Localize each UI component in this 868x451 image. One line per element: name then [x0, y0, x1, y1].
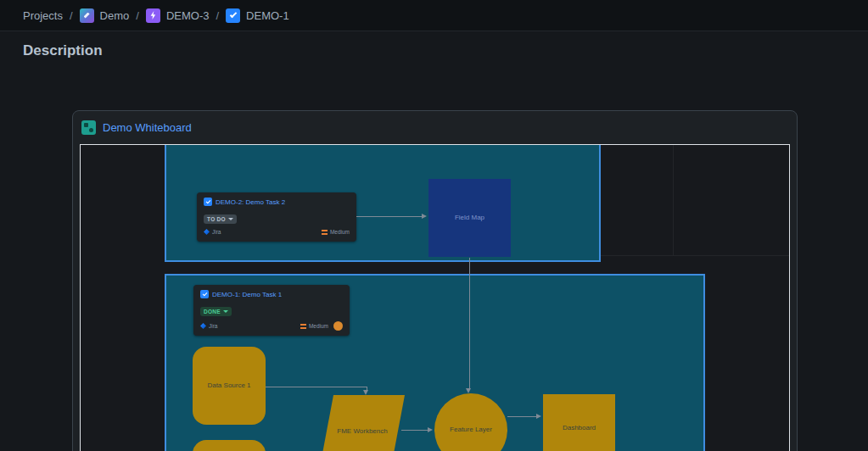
priority: Medium: [300, 321, 343, 331]
chevron-down-icon: [223, 310, 228, 313]
connector-card-to-fieldmap: [356, 216, 423, 217]
breadcrumb: Projects / Demo / DEMO-3 / DEMO-1: [0, 0, 868, 31]
arrowhead-right-icon: [422, 214, 427, 219]
connector-fme-to-featurelayer: [401, 430, 428, 431]
jira-card-title-row: DEMO-1: Demo Task 1: [200, 290, 343, 298]
priority-medium-icon: [300, 324, 306, 329]
jira-card-status-row: TO DO: [204, 209, 350, 225]
jira-card-demo-2[interactable]: DEMO-2: Demo Task 2 TO DO Jira Medium: [197, 192, 356, 242]
source-label: Jira: [209, 323, 217, 329]
connector-fieldmap-to-featurelayer: [469, 258, 470, 388]
breadcrumb-label: Demo: [100, 9, 130, 22]
breadcrumb-item-project-demo[interactable]: Demo: [80, 8, 130, 23]
breadcrumb-item-task-demo-1[interactable]: DEMO-1: [226, 8, 289, 23]
breadcrumb-item-epic-demo-3[interactable]: DEMO-3: [146, 8, 210, 23]
status-dropdown[interactable]: TO DO: [204, 214, 237, 224]
assignee-avatar[interactable]: [333, 321, 343, 331]
connector-datasource-to-fme: [266, 387, 367, 387]
task-type-icon: [204, 198, 212, 206]
epic-icon: [146, 8, 160, 23]
status-label: TO DO: [207, 216, 226, 222]
canvas-gridline: [673, 145, 674, 255]
status-dropdown[interactable]: DONE: [200, 307, 232, 316]
shape-field-map[interactable]: Field Map: [428, 179, 511, 257]
breadcrumb-separator: /: [70, 9, 73, 22]
jira-card-meta-row: Jira Medium: [200, 321, 343, 331]
whiteboard-title-link[interactable]: Demo Whiteboard: [103, 121, 192, 134]
status-label: DONE: [204, 309, 221, 315]
priority-medium-icon: [322, 230, 328, 235]
jira-icon: [200, 323, 206, 329]
shape-fme-workbench[interactable]: FME Workbench: [320, 395, 405, 451]
arrowhead-right-icon: [428, 427, 433, 432]
shape-data-source-2-partial[interactable]: [193, 440, 266, 451]
jira-card-meta-row: Jira Medium: [204, 229, 350, 235]
priority: Medium: [322, 229, 350, 235]
chevron-down-icon: [228, 218, 233, 220]
breadcrumb-label: DEMO-1: [246, 9, 289, 22]
breadcrumb-separator: /: [136, 9, 139, 22]
jira-card-status-row: DONE: [200, 302, 343, 317]
jira-card-title[interactable]: DEMO-2: Demo Task 2: [216, 198, 285, 206]
whiteboard-canvas[interactable]: DEMO-2: Demo Task 2 TO DO Jira Medium: [80, 144, 790, 451]
jira-icon: [204, 229, 210, 235]
breadcrumb-label: Projects: [23, 9, 63, 22]
breadcrumb-label: DEMO-3: [166, 9, 210, 22]
source-app: Jira: [200, 323, 217, 329]
whiteboard-embed-header: Demo Whiteboard: [81, 120, 192, 135]
canvas-gridline: [600, 255, 790, 256]
breadcrumb-item-projects[interactable]: Projects: [23, 9, 63, 22]
description-section-title: Description: [23, 42, 103, 59]
jira-card-title-row: DEMO-2: Demo Task 2: [204, 198, 350, 206]
connector-featurelayer-to-dashboard: [507, 416, 537, 417]
project-avatar-icon: [80, 8, 94, 23]
jira-card-title[interactable]: DEMO-1: Demo Task 1: [212, 291, 282, 298]
whiteboard-embed-card: Demo Whiteboard DEMO-2: Demo Task 2 TO D…: [72, 110, 798, 451]
source-app: Jira: [204, 229, 221, 235]
source-label: Jira: [212, 229, 221, 235]
arrowhead-right-icon: [536, 414, 541, 419]
task-type-icon: [226, 8, 240, 23]
arrowhead-down-icon: [363, 390, 368, 395]
jira-card-demo-1[interactable]: DEMO-1: Demo Task 1 DONE Jira Medium: [193, 285, 350, 336]
task-type-icon: [200, 290, 209, 298]
shape-dashboard[interactable]: Dashboard: [543, 394, 615, 451]
breadcrumb-separator: /: [216, 9, 219, 22]
priority-label: Medium: [330, 229, 350, 235]
shape-data-source-1[interactable]: Data Source 1: [193, 347, 266, 425]
priority-label: Medium: [309, 323, 328, 329]
whiteboard-icon: [81, 120, 96, 135]
